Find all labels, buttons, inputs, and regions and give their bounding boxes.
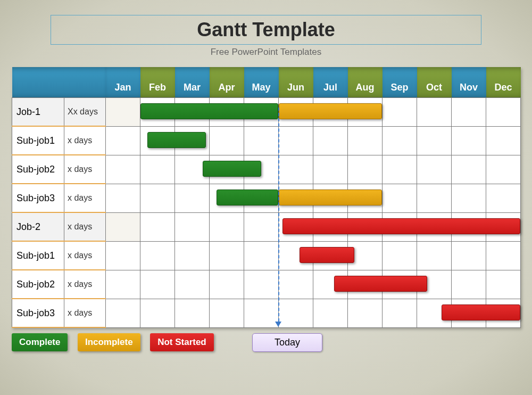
legend-notstarted: Not Started xyxy=(150,333,214,351)
grid-cell xyxy=(452,155,486,184)
gantt-chart: Jan Feb Mar Apr May Jun Jul Aug Sep Oct … xyxy=(12,67,520,328)
grid-cell xyxy=(313,212,348,241)
grid-cell xyxy=(175,299,210,327)
grid-cell xyxy=(175,212,210,241)
grid-cell xyxy=(452,270,486,299)
grid-cell xyxy=(348,299,383,327)
grid-cell xyxy=(279,155,313,184)
grid-cell xyxy=(313,299,348,327)
grid-cell xyxy=(486,270,521,299)
grid-cell xyxy=(452,98,486,127)
subtitle: Free PowerPoint Templates xyxy=(0,47,532,57)
grid-cell xyxy=(383,126,417,155)
grid-cell xyxy=(175,126,210,155)
grid-cell xyxy=(383,299,417,327)
grid-cell xyxy=(348,241,383,270)
grid-cell xyxy=(313,241,348,270)
grid-cell xyxy=(348,126,383,155)
grid-cell xyxy=(210,299,244,327)
grid-cell xyxy=(452,212,486,241)
grid-cell xyxy=(106,212,140,241)
legend-complete: Complete xyxy=(12,333,68,351)
grid-cell xyxy=(210,126,244,155)
grid-cell xyxy=(106,126,140,155)
grid-cell xyxy=(175,184,210,212)
col-sep: Sep xyxy=(383,67,417,98)
grid-cell xyxy=(383,241,417,270)
grid-cell xyxy=(348,155,383,184)
grid-cell xyxy=(417,241,452,270)
gantt-table: Jan Feb Mar Apr May Jun Jul Aug Sep Oct … xyxy=(12,67,521,328)
legend-incomplete: Incomplete xyxy=(78,333,140,351)
grid-cell xyxy=(175,241,210,270)
grid-cell xyxy=(140,98,175,127)
grid-cell xyxy=(452,184,486,212)
grid-cell xyxy=(486,184,521,212)
table-row: Sub-job3x days xyxy=(12,184,521,212)
row-label: Sub-job1 xyxy=(12,241,64,270)
grid-cell xyxy=(106,241,140,270)
page-title: Gantt Template xyxy=(51,19,481,41)
row-label: Sub-job2 xyxy=(12,155,64,184)
grid-cell xyxy=(106,155,140,184)
grid-cell xyxy=(279,241,313,270)
grid-cell xyxy=(452,241,486,270)
row-label: Sub-job2 xyxy=(12,270,64,299)
col-aug: Aug xyxy=(348,67,383,98)
grid-cell xyxy=(417,270,452,299)
grid-cell xyxy=(313,98,348,127)
col-oct: Oct xyxy=(417,67,452,98)
grid-cell xyxy=(210,241,244,270)
grid-cell xyxy=(279,184,313,212)
grid-cell xyxy=(244,98,279,127)
grid-cell xyxy=(313,270,348,299)
grid-cell xyxy=(244,155,279,184)
row-duration: x days xyxy=(64,126,106,155)
table-row: Sub-job3x days xyxy=(12,299,521,327)
row-duration: x days xyxy=(64,270,106,299)
grid-cell xyxy=(106,270,140,299)
row-label: Sub-job1 xyxy=(12,126,64,155)
row-duration: x days xyxy=(64,241,106,270)
row-duration: x days xyxy=(64,212,106,241)
row-label: Job-2 xyxy=(12,212,64,241)
row-label: Sub-job3 xyxy=(12,299,64,327)
grid-cell xyxy=(175,270,210,299)
grid-cell xyxy=(244,126,279,155)
grid-cell xyxy=(383,184,417,212)
grid-cell xyxy=(486,241,521,270)
grid-cell xyxy=(106,299,140,327)
grid-cell xyxy=(313,126,348,155)
grid-cell xyxy=(279,212,313,241)
grid-cell xyxy=(486,155,521,184)
grid-cell xyxy=(452,126,486,155)
grid-cell xyxy=(140,212,175,241)
grid-cell xyxy=(417,184,452,212)
grid-cell xyxy=(383,155,417,184)
table-row: Job-1Xx days xyxy=(12,98,521,127)
grid-cell xyxy=(244,212,279,241)
grid-cell xyxy=(140,270,175,299)
col-jul: Jul xyxy=(313,67,348,98)
row-duration: x days xyxy=(64,155,106,184)
grid-cell xyxy=(210,155,244,184)
table-row: Sub-job2x days xyxy=(12,270,521,299)
grid-cell xyxy=(417,126,452,155)
grid-cell xyxy=(417,212,452,241)
grid-cell xyxy=(417,98,452,127)
grid-cell xyxy=(140,299,175,327)
grid-cell xyxy=(313,155,348,184)
title-box: Gantt Template xyxy=(51,15,481,45)
header-blank xyxy=(12,67,106,98)
grid-cell xyxy=(175,155,210,184)
col-jun: Jun xyxy=(279,67,313,98)
table-row: Sub-job1x days xyxy=(12,126,521,155)
grid-cell xyxy=(244,241,279,270)
grid-cell xyxy=(244,270,279,299)
grid-cell xyxy=(348,98,383,127)
col-may: May xyxy=(244,67,279,98)
grid-cell xyxy=(210,270,244,299)
row-label: Job-1 xyxy=(12,98,64,127)
col-apr: Apr xyxy=(210,67,244,98)
grid-cell xyxy=(210,212,244,241)
